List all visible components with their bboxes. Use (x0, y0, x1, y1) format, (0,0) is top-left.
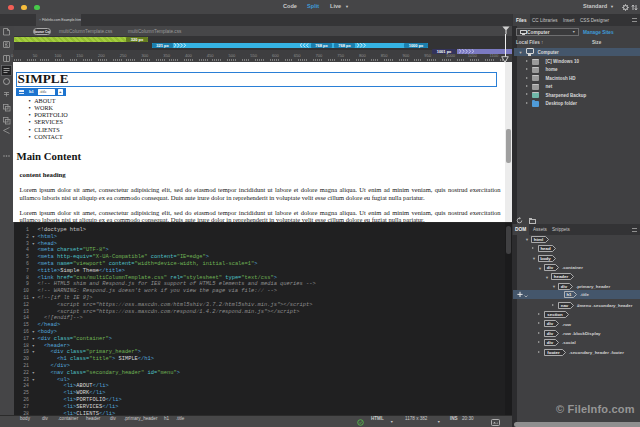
svg-text:section: section (547, 312, 563, 317)
svg-text:div: div (547, 265, 554, 270)
svg-text:body: body (540, 256, 551, 261)
svg-text:div: div (561, 284, 568, 289)
svg-text:html: html (534, 237, 543, 242)
svg-text:div: div (547, 322, 554, 327)
svg-text:h1: h1 (566, 292, 572, 297)
svg-text:footer: footer (547, 350, 560, 355)
svg-text:div: div (547, 340, 554, 345)
svg-text:nav: nav (561, 303, 569, 308)
svg-text:head: head (540, 246, 551, 251)
svg-text:header: header (554, 275, 569, 280)
svg-text:div: div (547, 331, 554, 336)
